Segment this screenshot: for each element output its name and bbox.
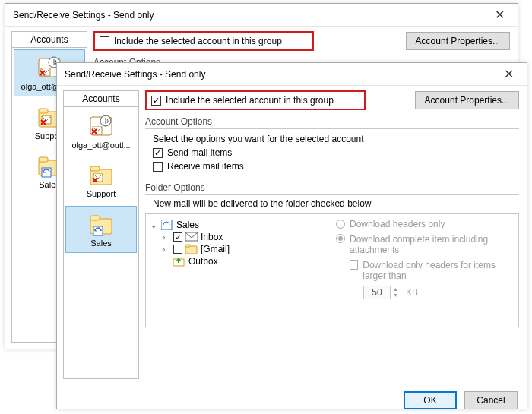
include-label: Include the selected account in this gro… — [114, 36, 282, 46]
envelope-icon — [185, 232, 198, 242]
include-highlight: Include the selected account in this gro… — [93, 31, 314, 51]
sidebar-item-label: Sales — [90, 239, 112, 248]
download-larger-label: Download only headers for items larger t… — [363, 260, 514, 281]
chevron-right-icon[interactable]: › — [163, 245, 170, 254]
send-mail-checkbox[interactable] — [153, 148, 163, 158]
folder-sub: New mail will be delivered to the folder… — [145, 195, 519, 209]
ok-button[interactable]: OK — [404, 391, 457, 409]
sidebar-header: Accounts — [64, 91, 138, 107]
outbox-icon — [173, 256, 185, 267]
account-options-head: Account Options — [145, 116, 519, 127]
chevron-down-icon[interactable]: ⌄ — [150, 221, 158, 229]
window-title: Send/Receive Settings - Send only — [65, 69, 493, 80]
download-complete-radio — [336, 234, 345, 243]
sidebar-item-support[interactable]: Support — [65, 157, 137, 203]
close-icon[interactable]: ✕ — [493, 64, 524, 85]
dialog-footer: OK Cancel — [57, 384, 527, 414]
tree-label: Inbox — [201, 232, 223, 242]
include-checkbox[interactable] — [100, 36, 109, 46]
sidebar-item-label: olga_ott@outl... — [71, 141, 130, 150]
kb-label: KB — [406, 287, 418, 298]
kb-input — [364, 286, 390, 299]
tree-label: Outbox — [188, 256, 218, 267]
spin-up-icon: ▲ — [390, 286, 401, 292]
tree-inbox[interactable]: › Inbox — [150, 231, 328, 243]
include-checkbox[interactable] — [151, 96, 161, 106]
inbox-checkbox[interactable] — [173, 232, 182, 242]
folder-sync-icon — [89, 213, 113, 237]
titlebar: Send/Receive Settings - Send only ✕ — [57, 63, 527, 86]
account-properties-button[interactable]: Account Properties... — [415, 91, 519, 109]
sidebar-item-olga[interactable]: olga_ott@outl... — [65, 109, 137, 154]
spin-down-icon: ▼ — [390, 292, 401, 299]
include-label: Include the selected account in this gro… — [166, 95, 334, 106]
download-headers-radio — [336, 220, 345, 229]
tree-gmail[interactable]: › [Gmail] — [150, 243, 328, 255]
window-title: Send/Receive Settings - Send only — [13, 10, 484, 21]
tree-label: [Gmail] — [201, 244, 230, 254]
download-larger-checkbox — [350, 260, 358, 270]
account-properties-button[interactable]: Account Properties... — [406, 32, 510, 50]
kb-spinner: ▲▼ — [363, 286, 401, 299]
front-window: Send/Receive Settings - Send only ✕ Acco… — [56, 62, 527, 409]
download-headers-label: Download headers only — [350, 219, 445, 229]
titlebar: Send/Receive Settings - Send only ✕ — [5, 4, 518, 27]
sidebar-item-label: Support — [87, 189, 116, 198]
chevron-right-icon[interactable]: › — [163, 233, 170, 242]
receive-mail-label: Receive mail items — [167, 161, 244, 172]
include-highlight: Include the selected account in this gro… — [145, 90, 366, 110]
sidebar-header: Accounts — [12, 32, 87, 48]
gmail-checkbox[interactable] — [173, 245, 182, 254]
folder-icon — [89, 163, 113, 188]
receive-mail-checkbox[interactable] — [153, 162, 163, 172]
close-icon[interactable]: ✕ — [484, 5, 515, 26]
download-options: Download headers only Download complete … — [336, 219, 514, 322]
accounts-sidebar: Accounts olga_ott@outl... Support Sales — [63, 90, 139, 379]
sync-icon — [161, 220, 173, 230]
tree-root[interactable]: ⌄ Sales — [150, 219, 328, 231]
cancel-button[interactable]: Cancel — [464, 391, 518, 409]
account-icon — [89, 115, 113, 139]
folder-options-box: ⌄ Sales › Inbox › [Gmail] — [145, 213, 519, 327]
folder-tree[interactable]: ⌄ Sales › Inbox › [Gmail] — [150, 219, 328, 322]
tree-outbox[interactable]: Outbox — [150, 255, 328, 267]
tree-label: Sales — [176, 220, 199, 230]
select-options-text: Select the options you want for the sele… — [153, 134, 519, 144]
download-complete-label: Download complete item including attachm… — [350, 234, 514, 255]
folder-icon — [185, 244, 198, 254]
folder-options-head: Folder Options — [145, 182, 519, 193]
send-mail-label: Send mail items — [167, 147, 232, 158]
sidebar-item-sales[interactable]: Sales — [65, 206, 137, 253]
